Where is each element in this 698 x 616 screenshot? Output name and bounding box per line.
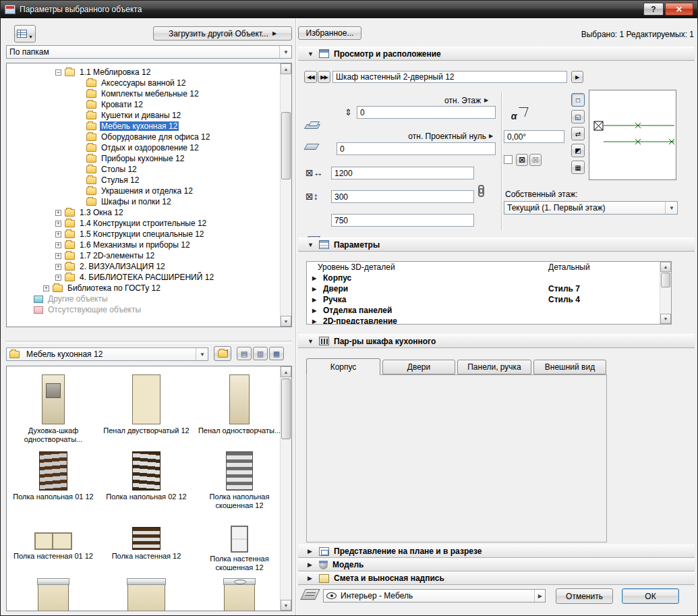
scroll-down-button[interactable]: ▼ — [281, 316, 291, 327]
expand-triangle-icon[interactable]: ▶ — [312, 286, 316, 292]
depth-field[interactable]: 750 — [331, 214, 474, 227]
scroll-up-button[interactable]: ▲ — [660, 262, 671, 272]
scroll-up-button[interactable]: ▲ — [281, 63, 291, 74]
tree-item[interactable]: Аксессуары ванной 12 — [7, 78, 291, 88]
tree-item[interactable]: 1.1 Меблировка 12 — [7, 67, 291, 78]
rotation-angle-field[interactable]: 0,00° — [504, 130, 564, 143]
scroll-up-button[interactable]: ▲ — [281, 366, 291, 377]
list-item[interactable]: Полка настенная 01 12 — [8, 523, 98, 561]
cancel-button[interactable]: Отменить — [556, 588, 613, 604]
preview-side-button[interactable]: ⇄ — [571, 127, 585, 140]
list-item[interactable] — [194, 576, 285, 611]
preview-plan-button[interactable]: □ — [571, 93, 585, 107]
load-other-object-button[interactable]: Загрузить другой Объект... ▶ — [153, 26, 292, 40]
tree-item[interactable]: Оборудование для офиса 12 — [7, 132, 291, 142]
layer-select[interactable]: Интерьер - Мебель ▶ — [323, 589, 546, 603]
list-item[interactable]: Полка настенная скошенная 12 — [194, 523, 285, 572]
tree-item[interactable]: Украшения и отделка 12 — [7, 186, 291, 196]
table-scrollbar[interactable]: ▲ ▼ — [660, 262, 671, 324]
absolute-angle-checkbox[interactable] — [504, 155, 513, 164]
zero-flyout-icon[interactable]: ▶ — [489, 133, 493, 139]
table-row[interactable]: Уровень 3D-деталей Детальный — [307, 262, 671, 273]
list-item[interactable]: Полка настенная 12 — [101, 523, 192, 561]
section-header-model[interactable]: ▶ Модель — [298, 558, 695, 571]
tree-item[interactable]: Столы 12 — [7, 164, 291, 175]
tree-item[interactable]: 1.5 Конструкции специальные 12 — [7, 229, 291, 240]
tree-item[interactable]: Кровати 12 — [7, 99, 291, 110]
section-header-preview[interactable]: ▼ Просмотр и расположение — [298, 47, 695, 61]
next-object-button[interactable]: ▶▶ — [318, 71, 330, 83]
ok-button[interactable]: ОК — [622, 588, 679, 604]
mirror-toggle-button[interactable]: ⊠ — [516, 154, 528, 166]
panel-splitter[interactable] — [6, 341, 292, 343]
table-row[interactable]: ▶ Двери Стиль 7 — [307, 283, 671, 294]
scrollbar-thumb[interactable] — [281, 379, 291, 439]
tab-dveri[interactable]: Двери — [382, 360, 455, 374]
list-item[interactable]: Полка напольная 01 12 — [8, 449, 98, 501]
tree-item[interactable]: 2. ВИЗУАЛИЗАЦИЯ 12 — [7, 261, 291, 272]
list-item[interactable]: Полка напольная 02 12 — [101, 449, 192, 501]
expand-triangle-icon[interactable]: ▶ — [312, 318, 316, 325]
tree-item[interactable]: 1.4 Конструкции строительные 12 — [7, 218, 291, 229]
tree-item[interactable]: 4. БИБЛИОТЕКА РАСШИРЕНИЙ 12 — [7, 272, 291, 283]
favorites-button[interactable]: Избранное... — [298, 26, 361, 40]
preview-section-button[interactable]: ▦ — [571, 161, 585, 174]
tree-expand-icon[interactable] — [55, 264, 61, 270]
tree-item[interactable]: 1.7 2D-элементы 12 — [7, 250, 291, 261]
tree-expand-icon[interactable] — [43, 285, 49, 291]
tree-expand-icon[interactable] — [55, 221, 61, 227]
tree-scrollbar[interactable]: ▲ ▼ — [280, 63, 291, 327]
link-dimensions-icon[interactable] — [478, 185, 484, 197]
tree-item[interactable]: Стулья 12 — [7, 175, 291, 186]
home-story-select[interactable]: Текущий (1. Первый этаж) ▼ — [504, 201, 678, 215]
story-elevation-field[interactable]: 0 — [357, 106, 496, 119]
table-row[interactable]: ▶ Корпус — [307, 273, 671, 283]
title-bar[interactable]: Параметры выбранного объекта ? ✕ — [1, 1, 697, 18]
tree-item[interactable]: Другие объекты — [7, 293, 291, 304]
tree-view-mode-button[interactable]: ▼ — [14, 25, 36, 43]
section-header-plan-view[interactable]: ▶ Представление на плане и в разрезе — [298, 544, 695, 558]
scrollbar-thumb[interactable] — [661, 273, 670, 287]
tab-vneshniy-vid[interactable]: Внешний вид — [533, 360, 606, 374]
tree-expand-icon[interactable] — [55, 275, 61, 281]
tree-item[interactable]: Комплекты мебельные 12 — [7, 88, 291, 99]
tree-item[interactable]: Отдых и оздоровление 12 — [7, 142, 291, 153]
tree-item[interactable]: Приборы кухонные 12 — [7, 153, 291, 164]
table-row[interactable]: ▶ Отделка панелей — [307, 305, 671, 316]
tree-item[interactable]: 1.3 Окна 12 — [7, 207, 291, 218]
expand-triangle-icon[interactable]: ▶ — [312, 297, 316, 303]
tree-item[interactable]: Отсутствующие объекты — [7, 304, 291, 315]
object-name-flyout-button[interactable]: ▶ — [571, 71, 583, 83]
tree-collapse-icon[interactable] — [55, 69, 61, 76]
view-small-icons-button[interactable]: ▥ — [253, 347, 268, 360]
expand-triangle-icon[interactable]: ▶ — [312, 308, 316, 314]
width-field[interactable]: 1200 — [331, 167, 474, 179]
scroll-down-button[interactable]: ▼ — [660, 314, 671, 324]
scroll-down-button[interactable]: ▼ — [281, 600, 291, 611]
browser-scrollbar[interactable]: ▲ ▼ — [280, 366, 291, 611]
height-field[interactable]: 300 — [331, 190, 474, 203]
story-flyout-icon[interactable]: ▶ — [484, 97, 488, 103]
view-list-button[interactable]: ▦ — [269, 347, 284, 360]
list-item[interactable] — [101, 576, 192, 611]
tree-expand-icon[interactable] — [55, 210, 61, 216]
list-item[interactable]: Пенал одностворчаты... — [194, 372, 285, 435]
list-item[interactable]: Полка напольная скошенная 12 — [194, 449, 285, 510]
tree-item[interactable]: 1.6 Механизмы и приборы 12 — [7, 240, 291, 250]
preview-3d-button[interactable]: ◩ — [571, 144, 585, 157]
up-one-level-button[interactable]: ↑ — [214, 346, 231, 361]
table-row[interactable]: ▶ 2D-представление — [307, 316, 671, 325]
tree-item[interactable]: Библиотека по ГОСТу 12 — [7, 283, 291, 293]
zero-elevation-field[interactable]: 0 — [337, 142, 496, 155]
table-row[interactable]: ▶ Ручка Стиль 4 — [307, 294, 671, 305]
section-header-cabinet[interactable]: ▼ Пар-ры шкафа кухонного — [298, 334, 695, 348]
tree-item[interactable]: Кушетки и диваны 12 — [7, 110, 291, 121]
library-view-select[interactable]: По папкам ▼ — [6, 45, 292, 59]
view-large-icons-button[interactable]: ▤ — [237, 347, 252, 360]
tree-item[interactable]: Шкафы и полки 12 — [7, 196, 291, 207]
help-button[interactable]: ? — [643, 3, 664, 16]
object-name-field[interactable]: Шкаф настенный 2-дверный 12 — [332, 71, 567, 83]
list-item[interactable] — [8, 576, 98, 611]
expand-triangle-icon[interactable]: ▶ — [312, 275, 316, 281]
tree-expand-icon[interactable] — [55, 242, 61, 248]
